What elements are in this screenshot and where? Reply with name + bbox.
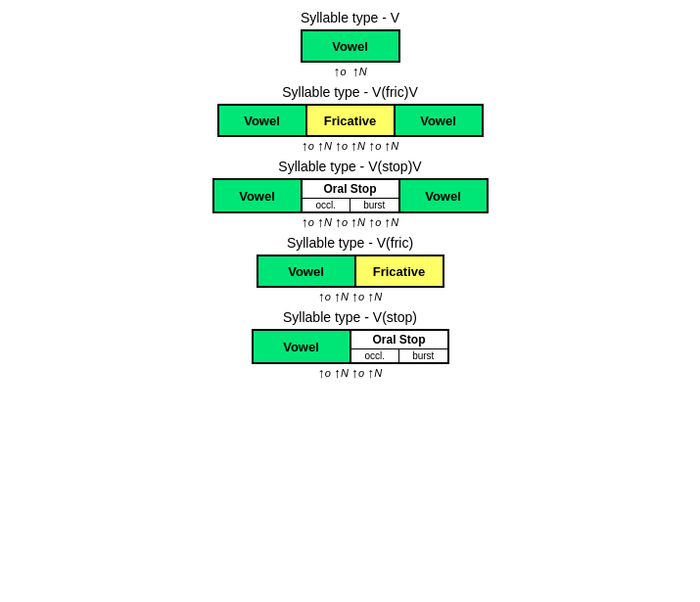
section-Vfric-title: Syllable type - V(fric) xyxy=(287,235,413,251)
oralstop-Vstop-subs: occl. burst xyxy=(351,349,447,362)
al-vs-o1: o xyxy=(308,216,314,228)
arrow-up-n3: ↑ xyxy=(384,139,391,153)
arrow-up-vs-o2: ↑ xyxy=(335,215,342,229)
al-vs-N3: N xyxy=(391,216,398,228)
al-vs-o2: o xyxy=(342,216,348,228)
section-VstopV-title: Syllable type - V(stop)V xyxy=(278,159,421,174)
arrow-up-vs1: ↑ xyxy=(302,215,308,229)
al-vs-N2: N xyxy=(357,216,365,228)
al-vf-N2: N xyxy=(374,291,382,302)
al-vf-o2: o xyxy=(358,291,364,302)
arrow-up-n1: ↑ xyxy=(317,139,324,153)
arrow-up-n2: ↑ xyxy=(350,139,357,153)
al-vf-N1: N xyxy=(341,291,349,302)
arrow-up-vf1: ↑ xyxy=(318,290,325,303)
arrow-up-vstop-n2: ↑ xyxy=(367,366,374,380)
section-VfricV-arrows: ↑ o ↑ N ↑ o ↑ N ↑ o ↑ N xyxy=(302,139,399,153)
cell-vowel-V: Vowel xyxy=(302,30,399,62)
oralstop-sub-occl-2: occl. xyxy=(351,349,400,362)
cell-vowel-Vfric: Vowel xyxy=(257,255,355,287)
al-vs-N1: N xyxy=(324,216,332,228)
cell-vowel-Vstop: Vowel xyxy=(253,330,350,363)
arrow-up-vs-n3: ↑ xyxy=(384,215,391,229)
section-Vstop-arrows: ↑ o ↑ N ↑ o ↑ N xyxy=(318,366,382,380)
section-V-title: Syllable type - V xyxy=(301,10,399,25)
arrow-up-v1: ↑ xyxy=(302,139,308,153)
arrow-up-vstop-n1: ↑ xyxy=(334,366,341,380)
section-Vstop-title: Syllable type - V(stop) xyxy=(283,309,417,325)
section-Vfric-boxes: Vowel Fricative xyxy=(257,255,444,288)
section-VfricV-title: Syllable type - V(fric)V xyxy=(282,84,417,100)
al-o3: o xyxy=(375,140,381,152)
al-vstop-N2: N xyxy=(374,367,382,379)
section-V-boxes: Vowel xyxy=(301,29,400,63)
arrow-up-vstop-o2: ↑ xyxy=(351,366,358,380)
section-VstopV: Syllable type - V(stop)V Vowel Oral Stop… xyxy=(212,159,489,229)
al-N1: N xyxy=(324,140,332,152)
arrow-label-o1: o xyxy=(340,66,346,77)
arrow-up-vf-n2: ↑ xyxy=(367,290,374,303)
al-o1: o xyxy=(308,140,314,152)
cell-oralstop-VstopV: Oral Stop occl. burst xyxy=(302,179,399,212)
section-VfricV: Syllable type - V(fric)V Vowel Fricative… xyxy=(217,84,484,153)
arrow-up-vs-n2: ↑ xyxy=(350,215,357,229)
section-VfricV-boxes: Vowel Fricative Vowel xyxy=(217,104,484,137)
arrow-up-vs-n1: ↑ xyxy=(317,215,324,229)
arrow-up-vf-n1: ↑ xyxy=(334,290,341,303)
arrow-up-vstop1: ↑ xyxy=(318,366,325,380)
al-vf-o1: o xyxy=(325,291,331,302)
arrow-up-vs-o3: ↑ xyxy=(368,215,375,229)
oralstop-sub-burst-2: burst xyxy=(399,349,447,362)
section-V-arrows: ↑ o ↑ N xyxy=(333,65,366,78)
arrow-up-o3: ↑ xyxy=(368,139,375,153)
al-vstop-o1: o xyxy=(325,367,331,379)
al-o2: o xyxy=(342,140,348,152)
al-N2: N xyxy=(357,140,365,152)
cell-vowel-VfricV-1: Vowel xyxy=(218,105,306,136)
section-Vstop: Syllable type - V(stop) Vowel Oral Stop … xyxy=(252,309,449,380)
al-N3: N xyxy=(391,140,398,152)
cell-vowel-VstopV-2: Vowel xyxy=(399,179,488,212)
oralstop-Vstop-label: Oral Stop xyxy=(351,331,447,349)
arrow-up-2: ↑ xyxy=(352,65,359,78)
section-Vfric: Syllable type - V(fric) Vowel Fricative … xyxy=(257,235,444,303)
section-Vstop-boxes: Vowel Oral Stop occl. burst xyxy=(252,329,449,364)
arrow-up-vf-o2: ↑ xyxy=(351,290,358,303)
oralstop-sub-burst-1: burst xyxy=(350,199,398,211)
arrow-up-o2: ↑ xyxy=(335,139,342,153)
cell-vowel-VfricV-2: Vowel xyxy=(395,105,483,136)
oralstop-VstopV-label: Oral Stop xyxy=(303,180,398,199)
cell-vowel-VstopV-1: Vowel xyxy=(213,179,302,212)
oralstop-sub-occl-1: occl. xyxy=(303,199,351,211)
section-V: Syllable type - V Vowel ↑ o ↑ N xyxy=(301,10,400,78)
arrow-up-1: ↑ xyxy=(333,65,340,78)
al-vstop-o2: o xyxy=(358,367,364,379)
section-Vfric-arrows: ↑ o ↑ N ↑ o ↑ N xyxy=(318,290,382,303)
al-vs-o3: o xyxy=(375,216,381,228)
diagram-container: Syllable type - V Vowel ↑ o ↑ N Syllable… xyxy=(0,0,700,390)
cell-fricative-VfricV: Fricative xyxy=(306,105,395,136)
cell-oralstop-Vstop: Oral Stop occl. burst xyxy=(350,330,448,363)
al-vstop-N1: N xyxy=(341,367,349,379)
section-VstopV-arrows: ↑ o ↑ N ↑ o ↑ N ↑ o ↑ N xyxy=(302,215,399,229)
oralstop-VstopV-subs: occl. burst xyxy=(303,199,398,211)
section-VstopV-boxes: Vowel Oral Stop occl. burst Vowel xyxy=(212,178,489,213)
arrow-label-N1: N xyxy=(359,66,367,77)
cell-fricative-Vfric: Fricative xyxy=(355,255,443,287)
